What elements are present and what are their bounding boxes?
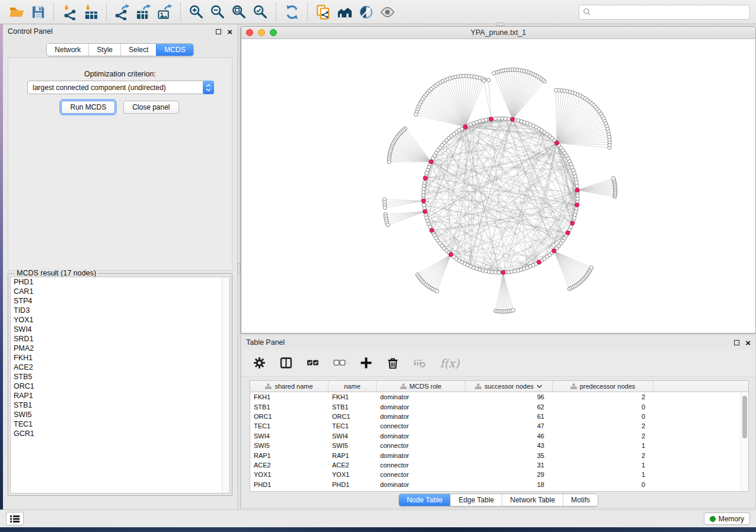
table-cell[interactable]: dominator bbox=[377, 393, 465, 400]
edge[interactable] bbox=[554, 251, 583, 279]
table-cell[interactable]: 47 bbox=[465, 422, 553, 430]
memory-button[interactable]: Memory bbox=[704, 512, 750, 525]
mcds-result-item[interactable]: TID3 bbox=[11, 306, 229, 315]
node[interactable] bbox=[554, 88, 557, 92]
table-cell[interactable]: YOX1 bbox=[250, 471, 328, 478]
table-cell[interactable]: YOX1 bbox=[328, 471, 377, 478]
table-cell[interactable]: SWI4 bbox=[250, 432, 328, 440]
table-cell[interactable]: 1 bbox=[553, 471, 653, 478]
mcds-result-item[interactable]: SWI5 bbox=[11, 410, 229, 419]
horizontal-splitter-grip[interactable] bbox=[496, 23, 505, 26]
table-cell[interactable]: dominator bbox=[377, 403, 465, 411]
node[interactable] bbox=[576, 197, 579, 200]
mcds-node[interactable] bbox=[423, 209, 427, 213]
node[interactable] bbox=[428, 225, 432, 229]
optimization-criterion-select[interactable]: largest connected component (undirected) bbox=[27, 81, 214, 94]
splitter-grip[interactable] bbox=[238, 263, 240, 274]
float-panel-icon[interactable] bbox=[216, 29, 221, 34]
mcds-node[interactable] bbox=[570, 221, 575, 225]
columns-button[interactable] bbox=[280, 357, 292, 369]
mcds-node[interactable] bbox=[423, 176, 428, 180]
edge[interactable] bbox=[554, 251, 588, 275]
export-network-button[interactable] bbox=[111, 2, 133, 22]
open-file-button[interactable] bbox=[6, 2, 27, 22]
mcds-node[interactable] bbox=[430, 228, 434, 232]
edge[interactable] bbox=[428, 93, 465, 127]
table-cell[interactable]: RAP1 bbox=[328, 452, 377, 459]
edge[interactable] bbox=[557, 143, 610, 145]
close-panel-icon[interactable]: × bbox=[227, 29, 232, 34]
table-cell[interactable]: 18 bbox=[465, 481, 553, 488]
table-cell[interactable]: STB1 bbox=[250, 403, 328, 411]
close-table-panel-icon[interactable]: × bbox=[745, 340, 751, 345]
edge[interactable] bbox=[455, 77, 465, 127]
status-menu-button[interactable] bbox=[6, 512, 24, 525]
mcds-result-item[interactable]: CAR1 bbox=[11, 287, 229, 296]
edge[interactable] bbox=[421, 255, 451, 280]
table-cell[interactable]: 2 bbox=[553, 452, 653, 459]
table-cell[interactable]: FKH1 bbox=[328, 393, 377, 400]
edge[interactable] bbox=[426, 255, 451, 285]
table-row[interactable]: YOX1YOX1connector291 bbox=[250, 470, 748, 479]
table-tab-node-table[interactable]: Node Table bbox=[399, 494, 451, 506]
search-input[interactable] bbox=[594, 7, 746, 17]
table-cell[interactable]: 2 bbox=[553, 432, 653, 440]
mcds-result-item[interactable]: SRD1 bbox=[11, 334, 229, 344]
table-cell[interactable]: dominator bbox=[377, 452, 465, 459]
mcds-node[interactable] bbox=[489, 117, 493, 121]
tab-network[interactable]: Network bbox=[47, 44, 88, 56]
table-tab-network-table[interactable]: Network Table bbox=[502, 494, 563, 506]
table-cell[interactable]: connector bbox=[377, 422, 465, 430]
node[interactable] bbox=[612, 177, 615, 180]
save-session-button[interactable] bbox=[27, 2, 49, 22]
mcds-node[interactable] bbox=[429, 159, 433, 164]
table-cell[interactable]: 96 bbox=[465, 393, 553, 400]
export-table-button[interactable] bbox=[133, 2, 154, 22]
column-header-successor-nodes[interactable]: successor nodes bbox=[465, 381, 553, 392]
delete-column-button[interactable] bbox=[387, 357, 399, 369]
mcds-result-item[interactable]: FKH1 bbox=[11, 353, 229, 363]
edge[interactable] bbox=[557, 143, 610, 148]
table-row[interactable]: SWI4SWI4dominator462 bbox=[250, 431, 748, 441]
table-cell[interactable]: SWI4 bbox=[328, 432, 377, 440]
node[interactable] bbox=[512, 309, 515, 312]
table-cell[interactable]: SWI5 bbox=[250, 442, 328, 449]
tab-style[interactable]: Style bbox=[88, 44, 120, 56]
deselect-all-button[interactable] bbox=[333, 357, 346, 369]
mcds-node[interactable] bbox=[552, 249, 556, 253]
table-cell[interactable]: 0 bbox=[553, 413, 653, 420]
table-cell[interactable]: TEC1 bbox=[250, 422, 328, 430]
zoom-in-button[interactable] bbox=[186, 2, 207, 22]
column-header-predecessor-nodes[interactable]: predecessor nodes bbox=[553, 381, 653, 392]
table-scrollbar[interactable] bbox=[741, 393, 748, 491]
node[interactable] bbox=[386, 223, 390, 227]
mcds-result-item[interactable]: STB5 bbox=[11, 372, 229, 382]
table-cell[interactable]: RAP1 bbox=[250, 452, 328, 459]
table-cell[interactable]: 35 bbox=[465, 452, 553, 459]
zoom-out-button[interactable] bbox=[207, 2, 228, 22]
edge[interactable] bbox=[512, 79, 541, 120]
table-cell[interactable]: TEC1 bbox=[328, 422, 377, 430]
table-cell[interactable]: ACE2 bbox=[250, 462, 328, 469]
edge[interactable] bbox=[397, 137, 431, 162]
edge[interactable] bbox=[554, 251, 578, 284]
mcds-node[interactable] bbox=[575, 188, 579, 192]
mcds-result-item[interactable]: GCR1 bbox=[11, 429, 229, 438]
clone-network-button[interactable] bbox=[312, 2, 334, 22]
tab-select[interactable]: Select bbox=[120, 44, 156, 56]
mcds-result-item[interactable]: STB1 bbox=[11, 400, 229, 410]
zoom-selected-button[interactable] bbox=[250, 2, 271, 22]
mcds-result-item[interactable]: TEC1 bbox=[11, 419, 229, 429]
table-cell[interactable]: 61 bbox=[465, 413, 553, 420]
mcds-result-item[interactable]: RAP1 bbox=[11, 391, 229, 400]
edge[interactable] bbox=[405, 129, 431, 162]
table-cell[interactable]: PHD1 bbox=[250, 481, 328, 488]
mcds-result-item[interactable]: YOX1 bbox=[11, 315, 229, 325]
column-header-name[interactable]: name bbox=[328, 381, 377, 392]
node[interactable] bbox=[487, 78, 490, 82]
table-scrollbar-thumb[interactable] bbox=[742, 396, 747, 438]
table-cell[interactable]: ACE2 bbox=[328, 462, 377, 469]
import-table-button[interactable] bbox=[80, 2, 101, 22]
edge[interactable] bbox=[554, 251, 582, 281]
column-header-MCDS-role[interactable]: MCDS role bbox=[377, 381, 465, 392]
